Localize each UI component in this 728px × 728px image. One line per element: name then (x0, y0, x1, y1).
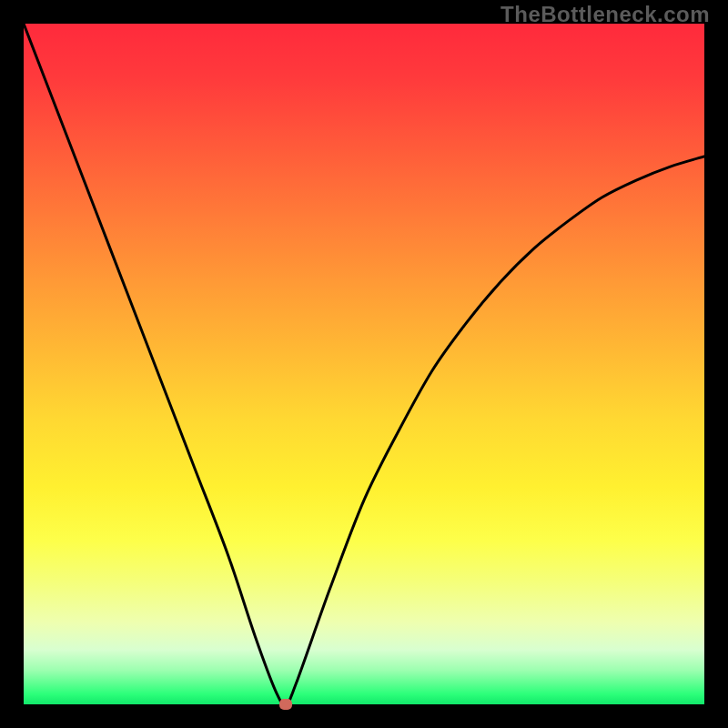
bottleneck-curve-path (24, 24, 704, 704)
curve-svg (24, 24, 704, 704)
optimum-marker (279, 699, 292, 710)
chart-container: TheBottleneck.com (0, 0, 728, 728)
watermark-text: TheBottleneck.com (500, 2, 710, 27)
plot-area (24, 24, 704, 704)
